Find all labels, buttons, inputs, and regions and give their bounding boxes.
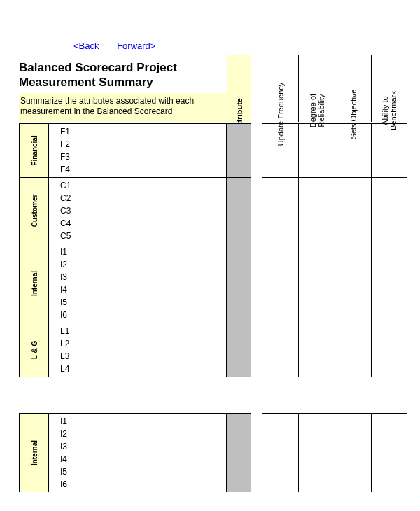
meta-cell (262, 244, 298, 323)
gap-cell (251, 123, 262, 178)
meta-cell (371, 123, 407, 178)
perspective-label: L & G (30, 341, 38, 359)
page-title: Balanced Scorecard Project Measurement S… (19, 60, 227, 90)
group-row: InternalI1I2I3I4I5I6 (19, 413, 414, 492)
gap-cell (251, 244, 262, 323)
item-label: C4 (60, 217, 226, 230)
perspective-label: Internal (30, 440, 38, 465)
item-label: I1 (60, 246, 226, 258)
items-cell: L1L2L3L4 (49, 323, 227, 377)
perspective-cell: Financial (19, 123, 49, 178)
meta-cell (335, 123, 371, 178)
meta-cell (335, 244, 371, 323)
items-cell: I1I2I3I4I5I6 (49, 413, 227, 492)
col-degree-reliability: Degree of Reliability (298, 55, 335, 122)
item-label: L3 (60, 350, 226, 363)
perspective-label: Financial (30, 135, 38, 165)
meta-cell (335, 323, 371, 377)
meta-cell (371, 244, 407, 323)
item-label: I2 (60, 428, 226, 440)
meta-cell (298, 244, 335, 323)
perspective-label: Customer (30, 195, 38, 227)
item-label: L2 (60, 337, 226, 350)
meta-cell (262, 123, 298, 178)
item-label: C2 (60, 192, 226, 204)
item-label: F4 (60, 163, 226, 176)
meta-cell (371, 178, 407, 244)
perspective-cell: Internal (19, 413, 49, 492)
perspective-cell: Internal (19, 244, 49, 323)
item-label: I2 (60, 258, 226, 271)
item-label: I3 (60, 440, 226, 453)
attribute-cell (227, 244, 251, 323)
header-gap (251, 55, 262, 122)
item-label: F2 (60, 138, 226, 150)
perspective-cell: Customer (19, 178, 49, 244)
group-row: CustomerC1C2C3C4C5 (19, 178, 414, 244)
gap-cell (251, 178, 262, 244)
meta-cell (298, 323, 335, 377)
gap-cell (251, 323, 262, 377)
meta-cell (371, 413, 407, 492)
header-row: Balanced Scorecard Project Measurement S… (19, 55, 414, 122)
item-label: C5 (60, 230, 226, 242)
scorecard-table: FinancialF1F2F3F4CustomerC1C2C3C4C5Inter… (19, 123, 414, 377)
gap-cell (251, 413, 262, 492)
item-label: C3 (60, 204, 226, 217)
group-row: InternalI1I2I3I4I5I6 (19, 244, 414, 323)
meta-cell (298, 413, 335, 492)
item-label: I5 (60, 465, 226, 478)
col-update-frequency: Update Frequency (262, 55, 298, 122)
meta-cell (262, 178, 298, 244)
group-row: FinancialF1F2F3F4 (19, 123, 414, 178)
meta-cell (335, 178, 371, 244)
title-block: Balanced Scorecard Project Measurement S… (19, 55, 227, 122)
group-row: L & GL1L2L3L4 (19, 323, 414, 377)
meta-cell (262, 323, 298, 377)
col-attribute: Attribute (227, 55, 251, 122)
items-cell: C1C2C3C4C5 (49, 178, 227, 244)
col-ability-benchmark: Ability to Benchmark (371, 55, 407, 122)
item-label: L4 (60, 363, 226, 375)
item-label: I4 (60, 284, 226, 296)
items-cell: F1F2F3F4 (49, 123, 227, 178)
meta-cell (371, 323, 407, 377)
scorecard-table-2: InternalI1I2I3I4I5I6 (19, 413, 414, 492)
attribute-cell (227, 413, 251, 492)
attribute-cell (227, 323, 251, 377)
meta-cell (335, 413, 371, 492)
col-degree-reliability-label: Degree of Reliability (308, 93, 325, 127)
item-label: I6 (60, 309, 226, 321)
perspective-cell: L & G (19, 323, 49, 377)
back-link[interactable]: <Back (74, 41, 99, 51)
perspective-label: Internal (30, 271, 38, 296)
attribute-cell (227, 178, 251, 244)
item-label: I3 (60, 271, 226, 284)
meta-cell (262, 413, 298, 492)
item-label: F3 (60, 150, 226, 163)
meta-cell (298, 123, 335, 178)
item-label: I1 (60, 415, 226, 428)
item-label: L1 (60, 325, 226, 337)
item-label: F1 (60, 125, 226, 138)
nav-links: <Back Forward> (74, 41, 171, 51)
page-subtitle: Summarize the attributes associated with… (19, 93, 227, 122)
item-label: I5 (60, 296, 226, 309)
item-label: I4 (60, 453, 226, 465)
col-sets-objective: Sets Objective (335, 55, 371, 122)
item-label: C1 (60, 179, 226, 192)
items-cell: I1I2I3I4I5I6 (49, 244, 227, 323)
item-label: I6 (60, 478, 226, 491)
meta-cell (298, 178, 335, 244)
attribute-cell (227, 123, 251, 178)
forward-link[interactable]: Forward> (117, 41, 155, 51)
